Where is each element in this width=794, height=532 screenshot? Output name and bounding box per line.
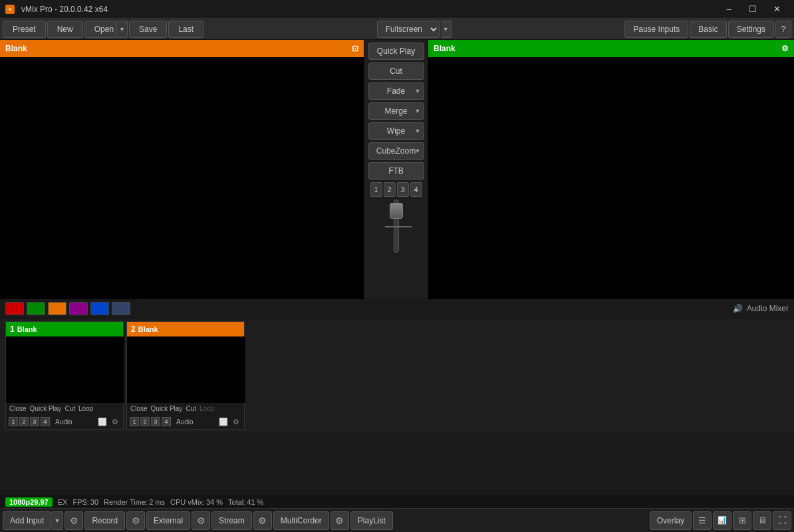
close-button[interactable]: ✕	[765, 0, 789, 19]
status-bar: 1080p29,97 EX FPS: 30 Render Time: 2 ms …	[0, 495, 794, 508]
color-swatch-green[interactable]	[27, 302, 45, 315]
fullscreen-arrow[interactable]: ▼	[441, 21, 452, 38]
input-1-nums-row: 1 2 3 4 Audio ⬜ ⚙	[6, 414, 123, 429]
input-1-num-4[interactable]: 4	[41, 417, 50, 426]
multicorder-gear-icon[interactable]: ⚙	[253, 511, 272, 530]
open-group: Open ▼	[84, 21, 128, 38]
trans-num-3[interactable]: 3	[397, 182, 409, 197]
input-1-audio[interactable]: Audio	[55, 418, 73, 426]
input-1-num-row: 1 2 3 4	[9, 417, 50, 426]
monitor-icon[interactable]: 🖥	[753, 511, 771, 530]
add-input-arrow[interactable]: ▼	[51, 511, 63, 530]
input-2-quickplay[interactable]: Quick Play	[150, 405, 184, 412]
color-swatch-orange[interactable]	[48, 302, 66, 315]
output-gear-icon[interactable]: ⚙	[781, 44, 789, 53]
input-2-loop[interactable]: Loop	[199, 405, 215, 412]
input-2-num-4[interactable]: 4	[162, 417, 171, 426]
stream-button[interactable]: Stream	[211, 511, 252, 530]
menu-icon[interactable]: ☰	[693, 511, 712, 530]
input-card-2-header: 2 Blank	[127, 322, 244, 336]
transition-slider-line	[385, 226, 412, 227]
minimize-button[interactable]: –	[717, 0, 741, 19]
chart-icon[interactable]: 📊	[713, 511, 731, 530]
preview-icon[interactable]: ⊡	[352, 44, 358, 53]
preview-content	[0, 57, 364, 299]
basic-button[interactable]: Basic	[690, 21, 726, 38]
wipe-button[interactable]: Wipe ▼	[368, 122, 424, 140]
cubezoom-button[interactable]: CubeZoom ▼	[368, 142, 424, 160]
ftb-label: FTB	[388, 166, 404, 176]
output-panel: Blank ⚙	[428, 40, 794, 299]
merge-button[interactable]: Merge ▼	[368, 102, 424, 120]
input-2-num-3[interactable]: 3	[151, 417, 160, 426]
last-button[interactable]: Last	[168, 21, 203, 38]
speaker-icon: 🔊	[733, 304, 743, 313]
help-button[interactable]: ?	[775, 21, 791, 38]
input-1-num-3[interactable]: 3	[30, 417, 39, 426]
wipe-arrow: ▼	[415, 128, 421, 134]
trans-num-1[interactable]: 1	[370, 182, 382, 197]
input-2-audio[interactable]: Audio	[176, 418, 194, 426]
fade-button[interactable]: Fade ▼	[368, 82, 424, 100]
pause-inputs-button[interactable]: Pause Inputs	[624, 21, 688, 38]
fullscreen-select[interactable]: Fullscreen	[377, 21, 440, 38]
external-gear-icon[interactable]: ⚙	[126, 511, 145, 530]
merge-arrow: ▼	[415, 108, 421, 114]
ftb-button[interactable]: FTB	[368, 162, 424, 180]
transition-slider-thumb[interactable]	[390, 203, 403, 219]
input-1-num-2[interactable]: 2	[19, 417, 29, 426]
open-button[interactable]: Open	[84, 21, 117, 38]
playlist-gear-icon[interactable]: ⚙	[331, 511, 349, 530]
fullscreen-icon[interactable]: ⛶	[773, 511, 791, 530]
status-cpu: 34 %	[206, 498, 223, 506]
status-total-label: Total:	[228, 498, 245, 506]
titlebar-left: v vMix Pro - 20.0.0.42 x64	[5, 5, 108, 14]
quick-play-button[interactable]: Quick Play	[368, 43, 424, 60]
color-swatch-red[interactable]	[5, 302, 24, 315]
maximize-button[interactable]: ☐	[741, 0, 765, 19]
color-swatch-blue[interactable]	[90, 302, 109, 315]
input-1-quickplay[interactable]: Quick Play	[29, 405, 63, 412]
input-2-num-1[interactable]: 1	[130, 417, 139, 426]
input-1-cut[interactable]: Cut	[64, 405, 76, 412]
audio-mixer-button[interactable]: 🔊 Audio Mixer	[733, 304, 789, 313]
input-1-num-1[interactable]: 1	[9, 417, 18, 426]
stream-gear-icon[interactable]: ⚙	[192, 511, 210, 530]
input-1-gear-icon[interactable]: ⚙	[110, 416, 120, 427]
input-2-close[interactable]: Close	[130, 405, 148, 412]
input-2-gear-icon[interactable]: ⚙	[231, 416, 241, 427]
input-2-monitor-icon[interactable]: ⬜	[218, 416, 229, 427]
add-input-button[interactable]: Add Input	[3, 511, 51, 530]
trans-num-2[interactable]: 2	[384, 182, 396, 197]
app-logo: v	[5, 5, 15, 14]
input-card-1-header: 1 Blank	[6, 322, 123, 336]
record-gear-icon[interactable]: ⚙	[65, 511, 83, 530]
fullscreen-group: Fullscreen ▼	[377, 21, 452, 38]
bottom-bar-right: Overlay ☰ 📊 ⊞ 🖥 ⛶	[650, 511, 791, 530]
new-button[interactable]: New	[47, 21, 83, 38]
color-swatch-darkblue[interactable]	[112, 302, 130, 315]
input-2-num-2[interactable]: 2	[140, 417, 150, 426]
input-1-close[interactable]: Close	[9, 405, 27, 412]
titlebar: v vMix Pro - 20.0.0.42 x64 – ☐ ✕	[0, 0, 794, 19]
multicorder-button[interactable]: MultiCorder	[273, 511, 329, 530]
preset-button[interactable]: Preset	[3, 21, 46, 38]
input-1-monitor-icon[interactable]: ⬜	[97, 416, 108, 427]
transition-slider-track	[394, 200, 399, 253]
input-2-cut[interactable]: Cut	[185, 405, 197, 412]
open-arrow[interactable]: ▼	[117, 21, 128, 38]
save-button[interactable]: Save	[129, 21, 167, 38]
color-swatch-purple[interactable]	[69, 302, 88, 315]
trans-num-4[interactable]: 4	[410, 182, 422, 197]
cut-button[interactable]: Cut	[368, 63, 424, 80]
audio-mixer-label: Audio Mixer	[747, 304, 789, 313]
settings-button[interactable]: Settings	[728, 21, 774, 38]
record-button[interactable]: Record	[84, 511, 125, 530]
output-header: Blank ⚙	[428, 40, 794, 57]
external-button[interactable]: External	[146, 511, 190, 530]
overlay-button[interactable]: Overlay	[650, 511, 692, 530]
input-1-loop[interactable]: Loop	[78, 405, 94, 412]
grid-icon[interactable]: ⊞	[733, 511, 751, 530]
cubezoom-label: CubeZoom	[376, 146, 416, 156]
playlist-button[interactable]: PlayList	[350, 511, 393, 530]
